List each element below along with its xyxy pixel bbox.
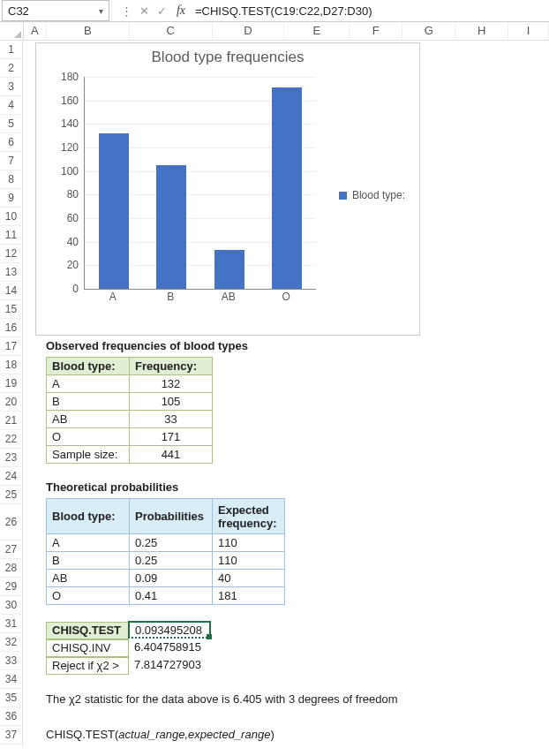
row-header[interactable]: 1 (0, 41, 23, 59)
column-header[interactable]: C (130, 22, 213, 40)
column-header[interactable]: A (24, 22, 47, 40)
syntax-note: CHISQ.TEST(actual_range,expected_range) (46, 728, 274, 741)
row-header[interactable]: 15 (0, 300, 23, 319)
observed-title: Observed frequencies of blood types (46, 339, 248, 352)
result-chisq-inv[interactable]: CHISQ.INV 6.404758915 (46, 639, 212, 657)
row-header[interactable]: 33 (0, 652, 23, 670)
row-header[interactable]: 14 (0, 282, 23, 300)
row-header[interactable]: 16 (0, 319, 23, 337)
row-header[interactable]: 29 (0, 578, 23, 596)
column-header[interactable]: D (213, 22, 285, 40)
row-header[interactable]: 23 (0, 449, 23, 467)
table-row[interactable]: AB0.0940 (47, 570, 285, 587)
row-header[interactable]: 27 (0, 541, 23, 559)
row-header[interactable]: 38 (0, 745, 23, 747)
column-header[interactable]: H (455, 22, 508, 40)
table-row[interactable]: A0.25110 (47, 534, 285, 552)
row-header[interactable]: 12 (0, 245, 23, 263)
row-header[interactable]: 21 (0, 412, 23, 430)
table-row[interactable]: O171 (47, 428, 213, 446)
row-header[interactable]: 11 (0, 226, 23, 245)
cancel-icon[interactable]: ✕ (135, 4, 153, 18)
table-row[interactable]: Sample size:441 (47, 446, 213, 464)
row-header[interactable]: 37 (0, 726, 23, 745)
row-header[interactable]: 6 (0, 133, 23, 152)
row-header[interactable]: 13 (0, 263, 23, 282)
row-header[interactable]: 19 (0, 374, 23, 393)
row-header[interactable]: 32 (0, 633, 23, 652)
divider (111, 1, 117, 20)
legend-swatch (339, 192, 347, 200)
table-header: Blood type: (47, 499, 130, 534)
chart-body: 020406080100120140160180 ABABO Blood typ… (49, 72, 412, 319)
y-tick-label: 140 (49, 117, 79, 130)
row-header[interactable]: 18 (0, 356, 23, 374)
enter-icon[interactable]: ✓ (153, 4, 170, 18)
chart-bar[interactable] (272, 87, 302, 289)
result-chisq-test[interactable]: CHISQ.TEST 0.093495208 (46, 622, 211, 639)
column-header[interactable]: G (402, 22, 455, 40)
result-value[interactable]: 6.404758915 (129, 639, 212, 657)
row-header[interactable]: 34 (0, 670, 23, 689)
column-header[interactable]: B (47, 22, 130, 40)
y-tick-label: 180 (49, 71, 79, 83)
grid-rows: 1234567891011121314151617181920212223242… (0, 41, 549, 747)
row-header[interactable]: 17 (0, 337, 23, 356)
row-header[interactable]: 24 (0, 467, 23, 486)
table-row[interactable]: B105 (47, 393, 213, 411)
table-row[interactable]: O0.41181 (47, 587, 285, 605)
row-header[interactable]: 9 (0, 189, 23, 208)
row-header[interactable]: 7 (0, 152, 23, 170)
divider-dots-icon: ⋮ (117, 4, 135, 18)
chevron-down-icon[interactable]: ▾ (99, 6, 103, 16)
chart-legend: Blood type: (339, 189, 405, 201)
column-header[interactable]: F (350, 22, 402, 40)
table-row[interactable]: A132 (47, 375, 213, 393)
table-row: Blood type: Probabilities Expected frequ… (47, 499, 285, 534)
chart-bar[interactable] (156, 165, 186, 289)
table-header: Blood type: (47, 358, 130, 375)
formula-bar: C32 ▾ ⋮ ✕ ✓ fx =CHISQ.TEST(C19:C22,D27:D… (0, 0, 549, 22)
row-header[interactable]: 31 (0, 615, 23, 633)
result-value[interactable]: 7.814727903 (129, 657, 212, 675)
row-headers: 1234567891011121314151617181920212223242… (0, 41, 23, 747)
table-row[interactable]: AB33 (47, 411, 213, 428)
observed-table: Blood type: Frequency: A132 B105 AB33 O1… (46, 357, 213, 464)
chart-bar[interactable] (99, 133, 129, 289)
name-box-value: C32 (8, 4, 29, 18)
x-tick-label: B (155, 291, 185, 303)
column-header[interactable]: I (508, 22, 549, 40)
chart-object[interactable]: Blood type frequencies 02040608010012014… (35, 42, 420, 336)
row-header[interactable]: 20 (0, 393, 23, 412)
stat-note: The χ2 statistic for the data above is 6… (46, 692, 398, 706)
row-header[interactable]: 10 (0, 208, 23, 226)
spreadsheet: ABCDEFGHI 123456789101112131415161718192… (0, 22, 549, 747)
row-header[interactable]: 25 (0, 486, 23, 504)
y-tick-label: 160 (49, 94, 79, 107)
legend-label: Blood type: (352, 189, 405, 201)
result-reject-threshold[interactable]: Reject if χ2 > 7.814727903 (46, 657, 212, 675)
row-header[interactable]: 28 (0, 559, 23, 578)
row-header[interactable]: 8 (0, 170, 23, 189)
row-header[interactable]: 26 (0, 504, 23, 541)
formula-input[interactable]: =CHISQ.TEST(C19:C22,D27:D30) (192, 1, 549, 20)
chart-bar[interactable] (214, 250, 244, 289)
y-tick-label: 60 (49, 212, 79, 224)
table-header: Frequency: (130, 358, 213, 375)
chart-plot-area (84, 77, 316, 290)
row-header[interactable]: 22 (0, 430, 23, 449)
row-header[interactable]: 30 (0, 596, 23, 615)
table-row[interactable]: B0.25110 (47, 552, 285, 570)
row-header[interactable]: 2 (0, 59, 23, 78)
selected-cell[interactable]: 0.093495208 (128, 621, 211, 639)
fx-icon[interactable]: fx (170, 4, 192, 18)
row-header[interactable]: 35 (0, 689, 23, 707)
row-header[interactable]: 36 (0, 707, 23, 726)
column-header[interactable]: E (284, 22, 350, 40)
select-all-corner[interactable] (0, 22, 24, 40)
row-header[interactable]: 5 (0, 115, 23, 133)
name-box[interactable]: C32 ▾ (2, 0, 109, 21)
row-header[interactable]: 3 (0, 78, 23, 96)
x-tick-label: A (98, 291, 128, 303)
row-header[interactable]: 4 (0, 96, 23, 115)
